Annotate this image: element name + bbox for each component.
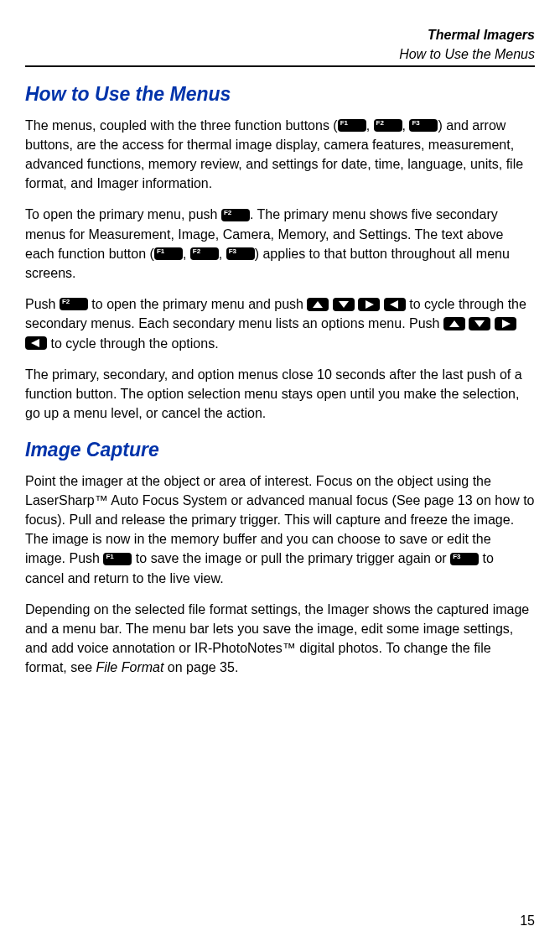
arrow-right-icon xyxy=(358,298,380,311)
header-title: Thermal Imagers xyxy=(25,25,535,44)
f3-button-icon: F3 xyxy=(450,553,479,565)
svg-marker-3 xyxy=(390,300,398,309)
f3-button-icon: F3 xyxy=(409,119,438,132)
section-heading-image-capture: Image Capture xyxy=(25,436,535,464)
text: to save the image or pull the primary tr… xyxy=(132,551,450,565)
paragraph: To open the primary menu, push F2. The p… xyxy=(25,205,535,283)
svg-marker-2 xyxy=(366,300,374,309)
arrow-left-icon xyxy=(25,336,47,350)
text: to open the primary menu and push xyxy=(88,297,308,311)
svg-marker-6 xyxy=(502,320,511,328)
svg-marker-1 xyxy=(339,301,349,308)
svg-marker-5 xyxy=(474,320,485,327)
f1-button-icon: F1 xyxy=(338,119,366,132)
arrow-left-icon xyxy=(384,298,406,311)
text: The menus, coupled with the three functi… xyxy=(25,118,338,133)
f2-button-icon: F2 xyxy=(221,209,250,221)
text: Push xyxy=(25,297,60,311)
arrow-up-icon xyxy=(307,298,329,311)
f1-button-icon: F1 xyxy=(154,247,183,260)
f3-button-icon: F3 xyxy=(226,247,255,260)
text: , xyxy=(366,118,374,133)
header-subtitle: How to Use the Menus xyxy=(25,44,535,64)
text: on page 35. xyxy=(163,660,238,674)
text: , xyxy=(219,247,226,261)
italic-reference: File Format xyxy=(96,660,163,674)
paragraph: Point the imager at the object or area o… xyxy=(25,471,535,588)
f1-button-icon: F1 xyxy=(103,553,132,565)
svg-marker-0 xyxy=(313,301,323,308)
text: , xyxy=(183,247,190,261)
paragraph: The primary, secondary, and option menus… xyxy=(25,365,535,424)
arrow-down-icon xyxy=(469,317,490,330)
f2-button-icon: F2 xyxy=(374,119,402,132)
page-header: Thermal Imagers How to Use the Menus xyxy=(25,25,535,67)
svg-marker-7 xyxy=(31,339,39,347)
f2-button-icon: F2 xyxy=(60,298,88,310)
f2-button-icon: F2 xyxy=(190,247,219,260)
arrow-right-icon xyxy=(495,317,516,330)
paragraph: Depending on the selected file format se… xyxy=(25,600,535,678)
text: To open the primary menu, push xyxy=(25,207,221,221)
arrow-up-icon xyxy=(443,317,465,330)
paragraph: The menus, coupled with the three functi… xyxy=(25,116,535,194)
svg-marker-4 xyxy=(449,320,459,327)
text: to cycle through the options. xyxy=(50,336,218,351)
section-heading-menus: How to Use the Menus xyxy=(25,81,535,108)
arrow-down-icon xyxy=(333,298,355,311)
paragraph: Push F2 to open the primary menu and pus… xyxy=(25,294,535,353)
text: , xyxy=(402,118,410,133)
